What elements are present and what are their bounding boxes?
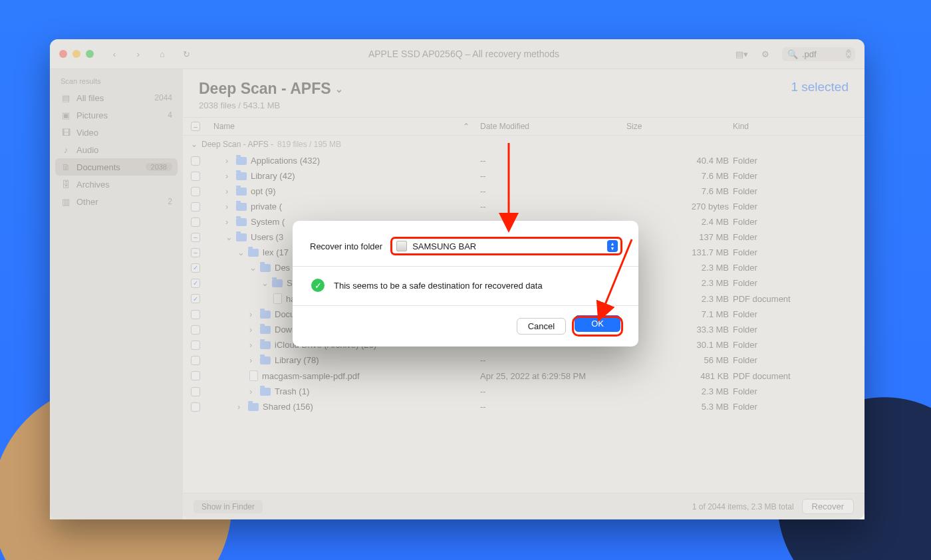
row-checkbox[interactable]	[191, 279, 200, 288]
row-checkbox[interactable]	[191, 172, 200, 181]
row-checkbox[interactable]	[191, 341, 200, 350]
sidebar-item-archives[interactable]: 🗄 Archives	[55, 176, 178, 193]
group-header[interactable]: ⌄ Deep Scan - APFS - 819 files / 195 MB	[183, 136, 864, 153]
nav-back-button[interactable]: ‹	[107, 47, 122, 61]
row-kind: Folder	[733, 355, 853, 365]
chevron-right-icon[interactable]: ›	[225, 217, 232, 227]
table-row[interactable]: ›opt (9)--7.6 MBFolder	[183, 184, 864, 199]
row-checkbox[interactable]	[191, 310, 200, 319]
divider	[293, 305, 638, 306]
row-size: 2.3 MB	[626, 386, 733, 396]
sidebar-item-count: 4	[168, 110, 172, 120]
sidebar-item-documents[interactable]: 🗎 Documents 2038	[55, 158, 178, 176]
row-name-cell[interactable]: ›Applications (432)	[213, 156, 480, 166]
chevron-right-icon[interactable]: ›	[225, 186, 232, 196]
close-window-button[interactable]	[59, 50, 67, 58]
row-name-cell[interactable]: macgasm-sample-pdf.pdf	[213, 370, 480, 381]
row-checkbox[interactable]	[191, 387, 200, 396]
chevron-right-icon[interactable]: ›	[225, 156, 232, 166]
row-checkbox[interactable]	[191, 294, 200, 303]
divider	[293, 266, 638, 267]
row-size: 7.6 MB	[626, 171, 733, 181]
sidebar-item-video[interactable]: 🎞 Video	[55, 124, 178, 141]
nav-forward-button[interactable]: ›	[131, 47, 146, 61]
column-size[interactable]: Size	[626, 122, 733, 131]
folder-icon	[236, 218, 247, 226]
table-row[interactable]: ›Applications (432)--40.4 MBFolder	[183, 153, 864, 168]
sidebar-item-audio[interactable]: ♪ Audio	[55, 141, 178, 158]
row-checkbox[interactable]	[191, 156, 200, 166]
row-name-cell[interactable]: ›Shared (156)	[213, 402, 480, 412]
row-checkbox[interactable]	[191, 233, 200, 242]
chevron-down-icon[interactable]: ⌄	[261, 278, 268, 288]
chevron-right-icon[interactable]: ›	[237, 402, 244, 412]
row-checkbox[interactable]	[191, 325, 200, 335]
view-options-icon[interactable]: ▤▾	[734, 47, 749, 61]
row-checkbox[interactable]	[191, 248, 200, 257]
sidebar-item-pictures[interactable]: ▣ Pictures 4	[55, 106, 178, 124]
search-input[interactable]	[802, 49, 842, 59]
row-kind: Folder	[733, 202, 853, 211]
select-all-checkbox[interactable]: –	[191, 122, 200, 131]
audio-icon: ♪	[61, 144, 71, 155]
chevron-down-icon[interactable]: ⌄	[249, 263, 256, 273]
chevron-right-icon[interactable]: ›	[249, 386, 256, 396]
table-row[interactable]: macgasm-sample-pdf.pdfApr 25, 2022 at 6:…	[183, 368, 864, 384]
chevron-right-icon[interactable]: ›	[249, 340, 256, 350]
chevron-right-icon[interactable]: ›	[225, 202, 232, 211]
sidebar-item-other[interactable]: ▥ Other 2	[55, 193, 178, 210]
table-row[interactable]: ›Trash (1)--2.3 MBFolder	[183, 384, 864, 399]
sidebar-item-label: Video	[76, 128, 98, 138]
chevron-down-icon[interactable]: ⌄	[237, 247, 244, 257]
row-name-cell[interactable]: ›Library (42)	[213, 171, 480, 181]
chevron-down-icon[interactable]: ⌄	[225, 232, 232, 242]
recover-button[interactable]: Recover	[802, 499, 854, 514]
minimize-window-button[interactable]	[72, 50, 80, 58]
row-checkbox[interactable]	[191, 202, 200, 211]
row-size: 2.3 MB	[626, 263, 733, 273]
row-checkbox[interactable]	[191, 217, 200, 227]
column-name[interactable]: Name⌃	[213, 122, 480, 131]
chevron-right-icon[interactable]: ›	[249, 309, 256, 319]
row-checkbox[interactable]	[191, 187, 200, 196]
pictures-icon: ▣	[61, 110, 71, 120]
search-field[interactable]: 🔍 ✕	[782, 47, 855, 61]
row-name-cell[interactable]: ›Library (78)	[213, 355, 480, 365]
row-kind: Folder	[733, 186, 853, 196]
column-kind[interactable]: Kind	[733, 122, 853, 131]
table-row[interactable]: ›Library (42)--7.6 MBFolder	[183, 168, 864, 184]
rescan-icon[interactable]: ↻	[179, 47, 194, 61]
folder-icon	[260, 341, 271, 349]
safe-destination-message: This seems to be a safe destination for …	[334, 281, 543, 291]
chevron-right-icon[interactable]: ›	[225, 171, 232, 181]
sidebar-item-all-files[interactable]: ▤ All files 2044	[55, 89, 178, 106]
show-in-finder-button[interactable]: Show in Finder	[194, 500, 263, 513]
row-checkbox[interactable]	[191, 356, 200, 365]
row-name: private (	[251, 202, 282, 211]
video-icon: 🎞	[61, 127, 71, 138]
row-kind: Folder	[733, 386, 853, 396]
row-checkbox[interactable]	[191, 371, 200, 380]
row-checkbox[interactable]	[191, 402, 200, 412]
row-checkbox[interactable]	[191, 263, 200, 273]
filter-icon[interactable]: ⚙	[758, 47, 773, 61]
cancel-button[interactable]: Cancel	[517, 318, 566, 335]
file-icon	[273, 293, 282, 304]
row-name-cell[interactable]: ›private (	[213, 202, 480, 211]
chevron-right-icon[interactable]: ›	[249, 355, 256, 365]
folder-icon	[236, 233, 247, 241]
recover-into-folder-label: Recover into folder	[310, 241, 382, 251]
chevron-right-icon[interactable]: ›	[249, 325, 256, 335]
zoom-window-button[interactable]	[86, 50, 94, 58]
column-date[interactable]: Date Modified	[480, 122, 626, 131]
row-name-cell[interactable]: ›Trash (1)	[213, 386, 480, 396]
row-name-cell[interactable]: ›opt (9)	[213, 186, 480, 196]
destination-select[interactable]: SAMSUNG BAR ▲▼	[392, 238, 621, 254]
row-size: 40.4 MB	[626, 156, 733, 166]
page-title[interactable]: Deep Scan - APFS ⌄	[199, 80, 343, 98]
table-row[interactable]: ›Library (78)--56 MBFolder	[183, 352, 864, 368]
table-row[interactable]: ›Shared (156)--5.3 MBFolder	[183, 399, 864, 414]
clear-search-button[interactable]: ✕	[846, 49, 851, 59]
home-icon[interactable]: ⌂	[155, 47, 170, 61]
table-row[interactable]: ›private (--270 bytesFolder	[183, 199, 864, 214]
